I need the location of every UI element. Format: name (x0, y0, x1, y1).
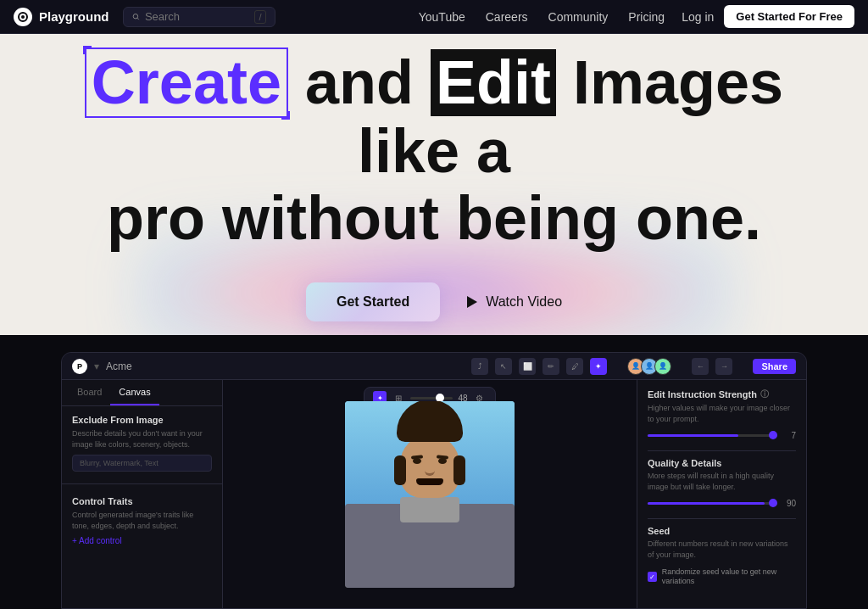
nav-link-community[interactable]: Community (548, 10, 609, 24)
ct-slider[interactable] (410, 397, 453, 399)
svg-line-3 (136, 18, 138, 20)
exclude-title: Exclude From Image (72, 415, 212, 425)
strength-info-icon: ⓘ (760, 388, 769, 400)
quality-title: Quality & Details (648, 458, 796, 468)
nav-link-youtube[interactable]: YouTube (419, 10, 465, 24)
strength-value: 7 (782, 431, 796, 440)
seed-row: ✓ Randomize seed value to get new variat… (648, 567, 796, 587)
hero-line2: pro without being one. (107, 184, 761, 252)
avatar-3: 👤 (654, 358, 671, 375)
search-shortcut: / (254, 10, 265, 24)
nav-link-careers[interactable]: Careers (486, 10, 528, 24)
app-window: P ▾ Acme ⤴ ↖ ⬜ ✏ 🖊 ✦ 👤 👤 👤 ← → (61, 352, 807, 609)
watch-video-label: Watch Video (486, 294, 562, 310)
title-chevron: ▾ (94, 360, 99, 372)
toolbar-icon-forward[interactable]: → (715, 358, 732, 375)
quality-value: 90 (782, 499, 796, 508)
add-control-button[interactable]: + Add control (72, 536, 212, 545)
app-preview: P ▾ Acme ⤴ ↖ ⬜ ✏ 🖊 ✦ 👤 👤 👤 ← → (0, 335, 868, 609)
app-body: Board Canvas Exclude From Image Describe… (62, 380, 806, 608)
quality-desc: More steps will result in a high quality… (648, 471, 796, 492)
control-section: Control Traits Control generated image's… (62, 488, 222, 554)
panel-tabs: Board Canvas (62, 380, 222, 406)
seed-desc: Different numbers result in new variatio… (648, 539, 796, 560)
right-divider-1 (648, 450, 796, 451)
search-icon (132, 12, 140, 22)
toolbar-icon-brush[interactable]: ✦ (590, 358, 607, 375)
left-panel: Board Canvas Exclude From Image Describe… (62, 380, 223, 608)
svg-point-2 (133, 14, 137, 18)
strength-slider[interactable] (648, 434, 777, 437)
control-title: Control Traits (72, 496, 212, 506)
strength-slider-row: 7 (648, 431, 796, 440)
toolbar-icon-share[interactable]: ⤴ (471, 358, 488, 375)
seed-label: Randomize seed value to get new variatio… (662, 567, 796, 587)
toolbar-icon-pen[interactable]: 🖊 (566, 358, 583, 375)
exclude-section: Exclude From Image Describe details you … (62, 406, 222, 480)
right-panel: Edit Instruction Strength ⓘ Higher value… (637, 380, 806, 608)
app-logo-small: P (72, 359, 87, 374)
search-box[interactable]: / (123, 7, 275, 27)
toolbar-icon-cursor[interactable]: ↖ (495, 358, 512, 375)
portrait-image (345, 401, 515, 588)
toolbar-icon-frame[interactable]: ⬜ (519, 358, 536, 375)
watch-video-button[interactable]: Watch Video (467, 294, 562, 310)
toolbar-icons: ⤴ ↖ ⬜ ✏ 🖊 ✦ (471, 358, 607, 375)
search-input[interactable] (145, 10, 250, 23)
title-project: Acme (106, 360, 132, 372)
toolbar-icon-back[interactable]: ← (692, 358, 709, 375)
seed-checkbox[interactable]: ✓ (648, 572, 657, 582)
strength-title: Edit Instruction Strength ⓘ (648, 388, 796, 400)
nav-link-pricing[interactable]: Pricing (628, 10, 665, 24)
strength-desc: Higher values will make your image close… (648, 403, 796, 424)
play-icon (467, 296, 477, 308)
control-desc: Control generated image's traits like to… (72, 510, 212, 531)
nav-logo[interactable]: Playground (14, 8, 109, 26)
hero-create-word: Create (85, 47, 288, 118)
center-panel: ✦ ⊞ 48 ⚙ (223, 380, 637, 608)
navbar: Playground / YouTube Careers Community P… (0, 0, 868, 34)
app-titlebar: P ▾ Acme ⤴ ↖ ⬜ ✏ 🖊 ✦ 👤 👤 👤 ← → (62, 353, 806, 380)
get-started-hero-button[interactable]: Get Started (306, 282, 440, 321)
exclude-input[interactable]: Blurry, Watermark, Text (72, 455, 212, 472)
toolbar-icon-edit[interactable]: ✏ (542, 358, 559, 375)
hero-and: and (305, 48, 431, 116)
svg-point-1 (21, 15, 25, 19)
hero-section: Create and Edit Images like a pro withou… (0, 34, 868, 335)
seed-title: Seed (648, 526, 796, 536)
tab-canvas[interactable]: Canvas (110, 380, 159, 405)
tab-board[interactable]: Board (69, 380, 110, 405)
hero-buttons: Get Started Watch Video (306, 282, 562, 321)
panel-divider (62, 483, 222, 484)
hero-edit-word: Edit (431, 49, 556, 116)
hero-title: Create and Edit Images like a pro withou… (53, 47, 815, 253)
login-link[interactable]: Log in (682, 10, 714, 24)
share-button[interactable]: Share (753, 359, 796, 374)
right-divider-2 (648, 518, 796, 519)
logo-text: Playground (39, 9, 109, 24)
get-started-nav-button[interactable]: Get Started For Free (724, 5, 854, 28)
logo-icon (14, 8, 32, 26)
quality-slider[interactable] (648, 502, 777, 505)
quality-slider-row: 90 (648, 499, 796, 508)
avatar-row: 👤 👤 👤 (631, 358, 671, 375)
nav-links: YouTube Careers Community Pricing (419, 10, 665, 24)
exclude-desc: Describe details you don't want in your … (72, 428, 212, 450)
